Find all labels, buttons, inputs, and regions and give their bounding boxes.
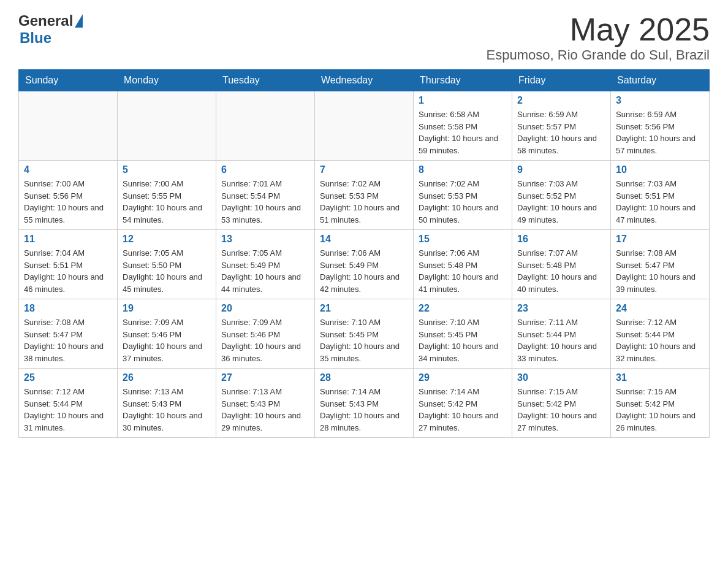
day-cell-3-5: 23Sunrise: 7:11 AM Sunset: 5:44 PM Dayli… [512, 299, 611, 369]
day-number: 29 [419, 372, 507, 383]
day-info: Sunrise: 7:15 AM Sunset: 5:42 PM Dayligh… [517, 386, 605, 434]
day-cell-0-0 [19, 91, 118, 161]
day-cell-3-3: 21Sunrise: 7:10 AM Sunset: 5:45 PM Dayli… [315, 299, 414, 369]
day-info: Sunrise: 7:01 AM Sunset: 5:54 PM Dayligh… [221, 178, 309, 226]
logo: General Blue [18, 12, 83, 47]
day-number: 5 [123, 164, 211, 175]
day-info: Sunrise: 7:09 AM Sunset: 5:46 PM Dayligh… [221, 316, 309, 364]
day-info: Sunrise: 7:12 AM Sunset: 5:44 PM Dayligh… [24, 386, 112, 434]
day-number: 31 [616, 372, 704, 383]
day-cell-4-3: 28Sunrise: 7:14 AM Sunset: 5:43 PM Dayli… [315, 369, 414, 438]
day-cell-3-6: 24Sunrise: 7:12 AM Sunset: 5:44 PM Dayli… [611, 299, 710, 369]
day-cell-1-1: 5Sunrise: 7:00 AM Sunset: 5:55 PM Daylig… [118, 161, 216, 230]
col-thursday: Thursday [414, 70, 512, 91]
day-cell-2-5: 16Sunrise: 7:07 AM Sunset: 5:48 PM Dayli… [512, 230, 611, 299]
day-cell-3-0: 18Sunrise: 7:08 AM Sunset: 5:47 PM Dayli… [19, 299, 118, 369]
day-number: 16 [517, 234, 605, 245]
day-number: 4 [24, 164, 112, 175]
day-info: Sunrise: 7:13 AM Sunset: 5:43 PM Dayligh… [123, 386, 211, 434]
day-info: Sunrise: 7:00 AM Sunset: 5:55 PM Dayligh… [123, 178, 211, 226]
col-wednesday: Wednesday [315, 70, 414, 91]
day-cell-4-5: 30Sunrise: 7:15 AM Sunset: 5:42 PM Dayli… [512, 369, 611, 438]
day-number: 26 [123, 372, 211, 383]
day-info: Sunrise: 7:14 AM Sunset: 5:43 PM Dayligh… [320, 386, 408, 434]
day-number: 6 [221, 164, 309, 175]
day-cell-2-1: 12Sunrise: 7:05 AM Sunset: 5:50 PM Dayli… [118, 230, 216, 299]
day-info: Sunrise: 6:58 AM Sunset: 5:58 PM Dayligh… [419, 109, 507, 156]
week-row-4: 18Sunrise: 7:08 AM Sunset: 5:47 PM Dayli… [19, 299, 710, 369]
day-number: 18 [24, 303, 112, 314]
day-number: 10 [616, 164, 704, 175]
day-cell-4-0: 25Sunrise: 7:12 AM Sunset: 5:44 PM Dayli… [19, 369, 118, 438]
day-info: Sunrise: 7:10 AM Sunset: 5:45 PM Dayligh… [320, 316, 408, 364]
week-row-1: 1Sunrise: 6:58 AM Sunset: 5:58 PM Daylig… [19, 91, 710, 161]
day-cell-3-2: 20Sunrise: 7:09 AM Sunset: 5:46 PM Dayli… [216, 299, 315, 369]
day-info: Sunrise: 7:03 AM Sunset: 5:51 PM Dayligh… [616, 178, 704, 226]
day-number: 19 [123, 303, 211, 314]
day-number: 17 [616, 234, 704, 245]
day-cell-4-2: 27Sunrise: 7:13 AM Sunset: 5:43 PM Dayli… [216, 369, 315, 438]
day-cell-3-4: 22Sunrise: 7:10 AM Sunset: 5:45 PM Dayli… [414, 299, 512, 369]
day-info: Sunrise: 7:12 AM Sunset: 5:44 PM Dayligh… [616, 316, 704, 364]
day-number: 23 [517, 303, 605, 314]
day-cell-1-4: 8Sunrise: 7:02 AM Sunset: 5:53 PM Daylig… [414, 161, 512, 230]
day-number: 1 [419, 95, 507, 106]
day-info: Sunrise: 7:15 AM Sunset: 5:42 PM Dayligh… [616, 386, 704, 434]
day-number: 24 [616, 303, 704, 314]
day-info: Sunrise: 7:09 AM Sunset: 5:46 PM Dayligh… [123, 316, 211, 364]
day-number: 22 [419, 303, 507, 314]
logo-general-text: General [18, 12, 73, 29]
day-number: 2 [517, 95, 605, 106]
day-cell-0-4: 1Sunrise: 6:58 AM Sunset: 5:58 PM Daylig… [414, 91, 512, 161]
col-monday: Monday [118, 70, 216, 91]
day-info: Sunrise: 7:06 AM Sunset: 5:49 PM Dayligh… [320, 247, 408, 295]
col-tuesday: Tuesday [216, 70, 315, 91]
location-title: Espumoso, Rio Grande do Sul, Brazil [487, 47, 710, 63]
day-info: Sunrise: 7:00 AM Sunset: 5:56 PM Dayligh… [24, 178, 112, 226]
day-number: 9 [517, 164, 605, 175]
day-info: Sunrise: 7:11 AM Sunset: 5:44 PM Dayligh… [517, 316, 605, 364]
day-info: Sunrise: 7:03 AM Sunset: 5:52 PM Dayligh… [517, 178, 605, 226]
day-number: 15 [419, 234, 507, 245]
day-cell-1-6: 10Sunrise: 7:03 AM Sunset: 5:51 PM Dayli… [611, 161, 710, 230]
day-cell-2-2: 13Sunrise: 7:05 AM Sunset: 5:49 PM Dayli… [216, 230, 315, 299]
week-row-2: 4Sunrise: 7:00 AM Sunset: 5:56 PM Daylig… [19, 161, 710, 230]
logo-triangle-icon [75, 14, 83, 28]
day-cell-4-6: 31Sunrise: 7:15 AM Sunset: 5:42 PM Dayli… [611, 369, 710, 438]
day-cell-4-1: 26Sunrise: 7:13 AM Sunset: 5:43 PM Dayli… [118, 369, 216, 438]
day-number: 25 [24, 372, 112, 383]
day-info: Sunrise: 7:10 AM Sunset: 5:45 PM Dayligh… [419, 316, 507, 364]
day-number: 12 [123, 234, 211, 245]
day-info: Sunrise: 7:14 AM Sunset: 5:42 PM Dayligh… [419, 386, 507, 434]
day-number: 30 [517, 372, 605, 383]
day-info: Sunrise: 6:59 AM Sunset: 5:57 PM Dayligh… [517, 109, 605, 156]
day-number: 21 [320, 303, 408, 314]
day-cell-2-6: 17Sunrise: 7:08 AM Sunset: 5:47 PM Dayli… [611, 230, 710, 299]
day-number: 3 [616, 95, 704, 106]
col-friday: Friday [512, 70, 611, 91]
day-number: 27 [221, 372, 309, 383]
calendar-table: Sunday Monday Tuesday Wednesday Thursday… [18, 69, 710, 438]
day-number: 20 [221, 303, 309, 314]
day-number: 8 [419, 164, 507, 175]
day-cell-0-2 [216, 91, 315, 161]
day-cell-0-3 [315, 91, 414, 161]
col-sunday: Sunday [19, 70, 118, 91]
day-info: Sunrise: 7:08 AM Sunset: 5:47 PM Dayligh… [616, 247, 704, 295]
col-saturday: Saturday [611, 70, 710, 91]
day-cell-1-5: 9Sunrise: 7:03 AM Sunset: 5:52 PM Daylig… [512, 161, 611, 230]
day-info: Sunrise: 7:08 AM Sunset: 5:47 PM Dayligh… [24, 316, 112, 364]
day-cell-2-0: 11Sunrise: 7:04 AM Sunset: 5:51 PM Dayli… [19, 230, 118, 299]
day-cell-2-4: 15Sunrise: 7:06 AM Sunset: 5:48 PM Dayli… [414, 230, 512, 299]
day-info: Sunrise: 7:13 AM Sunset: 5:43 PM Dayligh… [221, 386, 309, 434]
day-number: 13 [221, 234, 309, 245]
day-info: Sunrise: 7:07 AM Sunset: 5:48 PM Dayligh… [517, 247, 605, 295]
day-cell-3-1: 19Sunrise: 7:09 AM Sunset: 5:46 PM Dayli… [118, 299, 216, 369]
day-cell-0-5: 2Sunrise: 6:59 AM Sunset: 5:57 PM Daylig… [512, 91, 611, 161]
day-cell-1-2: 6Sunrise: 7:01 AM Sunset: 5:54 PM Daylig… [216, 161, 315, 230]
day-cell-1-0: 4Sunrise: 7:00 AM Sunset: 5:56 PM Daylig… [19, 161, 118, 230]
logo-blue-text: Blue [20, 29, 51, 47]
day-number: 11 [24, 234, 112, 245]
day-info: Sunrise: 7:02 AM Sunset: 5:53 PM Dayligh… [320, 178, 408, 226]
day-info: Sunrise: 7:05 AM Sunset: 5:50 PM Dayligh… [123, 247, 211, 295]
